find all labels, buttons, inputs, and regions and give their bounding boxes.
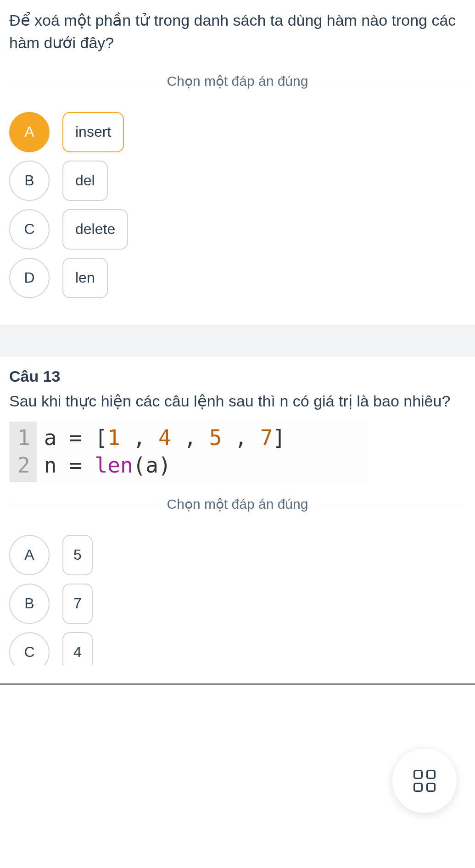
instruction-divider: Chọn một đáp án đúng: [9, 73, 466, 89]
question-12: Câu 12 Để xoá một phần tử trong danh sác…: [0, 0, 475, 325]
option-letter: A: [9, 535, 50, 575]
option-b[interactable]: B 7: [9, 584, 466, 624]
divider-line: [9, 81, 159, 81]
divider-line: [9, 504, 159, 504]
question-title: Câu 12: [9, 0, 466, 6]
option-text: 4: [62, 632, 93, 665]
option-d[interactable]: D len: [9, 258, 466, 298]
option-letter: C: [9, 209, 50, 250]
option-letter: A: [9, 112, 50, 152]
option-letter: B: [9, 161, 50, 201]
option-text: del: [62, 161, 108, 201]
option-b[interactable]: B del: [9, 161, 466, 201]
option-c[interactable]: C 4: [9, 632, 466, 665]
option-a[interactable]: A 5: [9, 535, 466, 575]
divider-line: [316, 504, 466, 504]
code-gutter: 12: [9, 422, 37, 482]
option-letter: B: [9, 584, 50, 624]
bottom-edge: [0, 684, 475, 684]
section-gap: [0, 325, 475, 357]
question-prompt: Để xoá một phần tử trong danh sách ta dù…: [9, 9, 466, 55]
option-letter: D: [9, 258, 50, 298]
instruction-text: Chọn một đáp án đúng: [159, 496, 317, 512]
option-text: len: [62, 258, 108, 298]
option-c[interactable]: C delete: [9, 209, 466, 250]
option-text: 7: [62, 584, 93, 624]
option-text: delete: [62, 209, 128, 250]
question-title: Câu 13: [9, 357, 466, 386]
instruction-divider: Chọn một đáp án đúng: [9, 496, 466, 512]
option-letter: C: [9, 632, 50, 665]
question-prompt: Sau khi thực hiện các câu lệnh sau thì n…: [9, 390, 466, 412]
code-block: 12 a = [1 , 4 , 5 , 7]n = len(a): [9, 422, 367, 482]
question-13: Câu 13 Sau khi thực hiện các câu lệnh sa…: [0, 357, 475, 684]
option-a[interactable]: A insert: [9, 112, 466, 152]
divider-line: [316, 81, 466, 81]
option-text: 5: [62, 535, 93, 575]
code-content: a = [1 , 4 , 5 , 7]n = len(a): [37, 422, 293, 482]
option-text: insert: [62, 112, 124, 152]
instruction-text: Chọn một đáp án đúng: [159, 73, 317, 89]
